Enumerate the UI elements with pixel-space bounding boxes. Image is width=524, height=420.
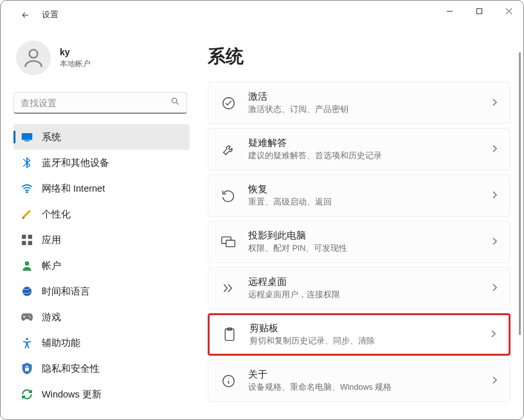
system-icon	[21, 131, 33, 143]
svg-rect-0	[476, 8, 482, 14]
svg-rect-8	[22, 241, 26, 245]
svg-rect-9	[28, 241, 32, 245]
settings-item-check[interactable]: 激活激活状态、订阅、产品密钥	[208, 82, 510, 124]
nav-label: 隐私和安全性	[42, 363, 100, 375]
item-title: 疑难解答	[248, 137, 491, 149]
svg-point-13	[28, 315, 30, 316]
settings-item-project[interactable]: 投影到此电脑权限、配对 PIN、可发现性	[208, 221, 510, 263]
svg-point-5	[26, 192, 28, 193]
access-icon	[21, 337, 33, 349]
privacy-icon	[21, 363, 33, 374]
nav-item-time[interactable]: 时间和语言	[14, 278, 190, 304]
search-input[interactable]	[21, 98, 170, 108]
svg-rect-3	[22, 133, 33, 140]
nav-item-system[interactable]: 系统	[14, 124, 190, 150]
nav-item-update[interactable]: Windows 更新	[14, 381, 190, 407]
close-button[interactable]	[494, 1, 523, 21]
nav-label: 网络和 Internet	[42, 183, 105, 195]
nav-item-access[interactable]: 辅助功能	[14, 330, 190, 356]
nav-label: 应用	[42, 234, 61, 246]
nav-label: 辅助功能	[42, 337, 80, 349]
recovery-icon	[220, 189, 237, 202]
nav-label: 个性化	[42, 208, 71, 221]
scrollbar[interactable]	[519, 52, 521, 335]
settings-item-clipboard[interactable]: 剪贴板剪切和复制历史记录、同步、清除	[208, 313, 510, 356]
svg-rect-6	[22, 235, 26, 239]
svg-point-15	[26, 338, 28, 340]
settings-item-wrench[interactable]: 疑难解答建议的疑难解答、首选项和历史记录	[208, 128, 510, 170]
svg-point-10	[25, 261, 30, 266]
item-subtitle: 激活状态、订阅、产品密钥	[248, 104, 491, 115]
nav-item-bluetooth[interactable]: 蓝牙和其他设备	[14, 150, 190, 176]
item-title: 投影到此电脑	[248, 230, 491, 242]
gaming-icon	[21, 311, 33, 323]
item-subtitle: 远程桌面用户，连接权限	[248, 289, 491, 300]
nav-item-apps[interactable]: 应用	[14, 227, 190, 253]
search-icon	[170, 96, 180, 109]
chevron-right-icon	[491, 236, 498, 248]
user-account-type: 本地帐户	[60, 59, 91, 69]
item-subtitle: 权限、配对 PIN、可发现性	[248, 243, 491, 254]
svg-rect-19	[225, 329, 234, 341]
bluetooth-icon	[21, 157, 33, 169]
chevron-right-icon	[491, 282, 498, 294]
project-icon	[220, 236, 237, 248]
item-subtitle: 设备规格、重命名电脑、Windows 规格	[248, 382, 491, 393]
apps-icon	[21, 234, 33, 246]
svg-rect-4	[24, 140, 30, 142]
chevron-right-icon	[489, 329, 497, 340]
item-title: 激活	[248, 91, 491, 103]
page-title: 系统	[208, 44, 510, 69]
svg-rect-18	[226, 240, 235, 246]
accounts-icon	[21, 260, 33, 271]
clipboard-icon	[221, 327, 238, 342]
nav-label: 时间和语言	[42, 286, 90, 298]
item-title: 恢复	[248, 183, 491, 196]
update-icon	[21, 388, 33, 400]
check-icon	[220, 96, 237, 110]
about-icon	[220, 374, 237, 388]
wrench-icon	[220, 143, 237, 156]
content-area: 系统 激活激活状态、订阅、产品密钥疑难解答建议的疑难解答、首选项和历史记录恢复重…	[200, 29, 523, 419]
item-title: 剪贴板	[249, 322, 489, 334]
chevron-right-icon	[491, 143, 498, 155]
settings-item-remote[interactable]: 远程桌面远程桌面用户，连接权限	[208, 267, 510, 309]
nav-item-personalize[interactable]: 个性化	[14, 201, 190, 227]
user-profile[interactable]: ky 本地帐户	[14, 37, 200, 84]
svg-rect-7	[28, 235, 32, 239]
nav-item-accounts[interactable]: 帐户	[14, 253, 190, 278]
item-subtitle: 重置、高级启动、返回	[248, 197, 491, 208]
time-icon	[21, 286, 33, 297]
sidebar: ky 本地帐户 系统蓝牙和其他设备网络和 Internet个性化应用帐户时间和语…	[1, 29, 200, 419]
chevron-right-icon	[491, 97, 498, 109]
nav-label: 蓝牙和其他设备	[42, 157, 109, 169]
personalize-icon	[21, 208, 33, 220]
nav-label: Windows 更新	[42, 388, 102, 401]
item-title: 远程桌面	[248, 276, 491, 288]
nav-item-gaming[interactable]: 游戏	[14, 304, 190, 330]
chevron-right-icon	[491, 190, 498, 201]
nav-label: 系统	[42, 131, 61, 143]
user-name: ky	[60, 46, 91, 59]
svg-point-14	[30, 317, 31, 318]
svg-point-2	[172, 98, 177, 104]
title-bar: 设置	[1, 1, 523, 29]
settings-item-recovery[interactable]: 恢复重置、高级启动、返回	[208, 174, 510, 217]
item-subtitle: 建议的疑难解答、首选项和历史记录	[248, 151, 491, 161]
search-box[interactable]	[14, 92, 187, 114]
item-title: 关于	[248, 369, 491, 381]
nav-item-network[interactable]: 网络和 Internet	[14, 176, 190, 201]
nav-item-privacy[interactable]: 隐私和安全性	[14, 356, 190, 381]
window-title: 设置	[42, 9, 59, 21]
nav-label: 帐户	[42, 260, 61, 272]
network-icon	[21, 183, 33, 194]
remote-icon	[220, 283, 237, 293]
minimize-button[interactable]	[435, 1, 464, 21]
avatar	[16, 41, 51, 75]
nav-list: 系统蓝牙和其他设备网络和 Internet个性化应用帐户时间和语言游戏辅助功能隐…	[14, 124, 190, 407]
item-subtitle: 剪切和复制历史记录、同步、清除	[249, 336, 489, 347]
settings-item-about[interactable]: 关于设备规格、重命名电脑、Windows 规格	[208, 360, 510, 402]
back-button[interactable]	[16, 6, 34, 24]
maximize-button[interactable]	[464, 1, 494, 21]
chevron-right-icon	[491, 375, 498, 387]
